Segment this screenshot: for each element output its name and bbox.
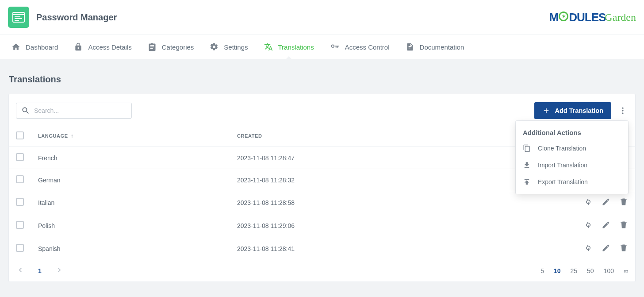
cell-language: Spanish xyxy=(31,237,230,260)
table-row: Spanish 2023-11-08 11:28:41 xyxy=(9,237,635,260)
search-wrap xyxy=(16,103,132,119)
clipboard-icon xyxy=(148,42,157,51)
nav-label: Settings xyxy=(224,43,248,51)
cell-language: French xyxy=(31,147,230,169)
upload-icon xyxy=(523,178,531,186)
page-size-option[interactable]: 10 xyxy=(554,267,561,274)
nav-documentation[interactable]: Documentation xyxy=(399,35,472,59)
svg-point-7 xyxy=(622,112,623,114)
app-title: Password Manager xyxy=(36,12,117,23)
cell-created: 2023-11-08 11:28:32 xyxy=(230,169,560,191)
more-actions-button[interactable] xyxy=(617,102,628,119)
topbar-left: Password Manager xyxy=(8,7,117,28)
edit-icon xyxy=(602,220,610,229)
col-header-created[interactable]: Created xyxy=(230,125,560,147)
nav-label: Access Control xyxy=(345,43,390,51)
search-icon xyxy=(21,106,30,115)
additional-actions-menu: Additional Actions Clone Translation Imp… xyxy=(516,121,628,194)
chevron-right-icon xyxy=(55,266,64,274)
cell-created: 2023-11-08 11:28:41 xyxy=(230,237,560,260)
pager: 1 xyxy=(16,266,64,276)
nav-dashboard[interactable]: Dashboard xyxy=(4,35,65,59)
page-number[interactable]: 1 xyxy=(33,267,47,274)
page-size-option[interactable]: 5 xyxy=(540,267,544,274)
copy-icon xyxy=(523,144,531,152)
card-footer: 1 5102550100∞ xyxy=(9,260,635,282)
menu-label: Clone Translation xyxy=(538,145,586,152)
button-label: Add Translation xyxy=(555,107,603,114)
key-icon xyxy=(330,42,340,52)
row-edit-button[interactable] xyxy=(602,197,610,208)
nav-translations[interactable]: Translations xyxy=(257,35,321,59)
page-size-option[interactable]: 100 xyxy=(604,267,614,274)
cell-language: German xyxy=(31,169,230,191)
row-sync-button[interactable] xyxy=(584,220,593,231)
edit-icon xyxy=(602,243,610,252)
more-vert-icon xyxy=(618,106,627,115)
menu-label: Export Translation xyxy=(538,178,588,185)
row-delete-button[interactable] xyxy=(619,220,628,231)
add-translation-button[interactable]: Add Translation xyxy=(534,102,611,119)
document-icon xyxy=(406,42,414,51)
translations-card: Add Translation Additional Actions Clone… xyxy=(9,94,635,282)
lock-icon xyxy=(74,42,83,51)
sync-icon xyxy=(584,220,593,229)
nav-label: Access Details xyxy=(88,43,131,51)
menu-export-translation[interactable]: Export Translation xyxy=(516,174,628,190)
plus-icon xyxy=(542,107,550,115)
cell-language: Polish xyxy=(31,214,230,237)
nav-settings[interactable]: Settings xyxy=(203,35,255,59)
row-checkbox[interactable] xyxy=(16,244,24,252)
delete-icon xyxy=(619,197,628,206)
page-size-option[interactable]: ∞ xyxy=(624,267,628,274)
row-checkbox[interactable] xyxy=(16,221,24,229)
app-icon xyxy=(8,7,29,28)
pager-prev[interactable] xyxy=(16,266,25,276)
topbar: Password Manager M ✶ DULES Garden xyxy=(0,0,644,35)
nav-label: Documentation xyxy=(420,43,464,51)
main-nav: Dashboard Access Details Categories Sett… xyxy=(0,35,644,59)
toolbar-right: Add Translation xyxy=(534,102,628,119)
page-sizes: 5102550100∞ xyxy=(540,267,628,274)
cell-created: 2023-11-08 11:29:06 xyxy=(230,214,560,237)
pager-next[interactable] xyxy=(55,266,64,276)
row-edit-button[interactable] xyxy=(602,243,610,254)
nav-access-control[interactable]: Access Control xyxy=(323,35,397,59)
delete-icon xyxy=(619,243,628,252)
menu-clone-translation[interactable]: Clone Translation xyxy=(516,140,628,157)
cell-created: 2023-11-08 11:28:58 xyxy=(230,191,560,214)
row-sync-button[interactable] xyxy=(584,243,593,254)
row-checkbox[interactable] xyxy=(16,198,24,206)
home-icon xyxy=(12,42,20,51)
row-delete-button[interactable] xyxy=(619,197,628,208)
sync-icon xyxy=(584,243,593,252)
page: Translations Add Translation Additional … xyxy=(0,59,644,290)
nav-label: Categories xyxy=(162,43,194,51)
page-size-option[interactable]: 25 xyxy=(571,267,578,274)
sort-asc-icon: ↑ xyxy=(71,133,74,139)
search-input[interactable] xyxy=(16,103,132,119)
select-all-checkbox[interactable] xyxy=(16,131,24,139)
menu-import-translation[interactable]: Import Translation xyxy=(516,157,628,174)
row-sync-button[interactable] xyxy=(584,197,593,208)
gear-icon xyxy=(210,42,218,51)
translate-icon xyxy=(264,42,273,51)
table-row: Italian 2023-11-08 11:28:58 xyxy=(9,191,635,214)
cell-created: 2023-11-08 11:28:47 xyxy=(230,147,560,169)
edit-icon xyxy=(602,197,610,206)
delete-icon xyxy=(619,220,628,229)
col-header-language[interactable]: Language↑ xyxy=(31,125,230,147)
nav-access-details[interactable]: Access Details xyxy=(67,35,138,59)
nav-label: Dashboard xyxy=(26,43,58,51)
row-checkbox[interactable] xyxy=(16,175,24,183)
row-edit-button[interactable] xyxy=(602,220,610,231)
sync-icon xyxy=(584,197,593,206)
row-delete-button[interactable] xyxy=(619,243,628,254)
cell-language: Italian xyxy=(31,191,230,214)
dropdown-title: Additional Actions xyxy=(516,123,628,140)
page-size-option[interactable]: 50 xyxy=(587,267,594,274)
row-checkbox[interactable] xyxy=(16,153,24,161)
page-title: Translations xyxy=(9,74,635,85)
svg-point-6 xyxy=(622,110,623,111)
nav-categories[interactable]: Categories xyxy=(141,35,201,59)
